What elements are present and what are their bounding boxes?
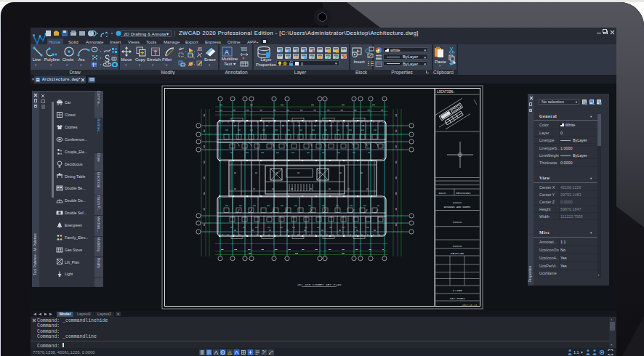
svg-text:XXXXX: XXXXX: [453, 245, 462, 248]
svg-text:Date: Date: [439, 192, 447, 195]
svg-text:1:200: 1:200: [452, 288, 462, 292]
svg-text:20# 4TH STOREY KEY PLAN: 20# 4TH STOREY KEY PLAN: [297, 283, 342, 286]
svg-text:WINDOWS AND DOORS: WINDOWS AND DOORS: [444, 206, 471, 209]
svg-text:LOCATION:: LOCATION:: [437, 90, 455, 94]
svg-text:2017.10.13: 2017.10.13: [462, 304, 477, 307]
svg-text:A: A: [225, 49, 229, 56]
svg-text:KEYPLAN: KEYPLAN: [451, 251, 464, 255]
svg-text:XXXXX: XXXXX: [453, 221, 462, 224]
svg-text:XXXXX: XXXXX: [453, 201, 462, 204]
svg-text:REVISIONS: REVISIONS: [456, 192, 472, 195]
svg-text:10#-PW01: 10#-PW01: [449, 296, 464, 300]
svg-text:1:1: 1:1: [573, 350, 579, 355]
